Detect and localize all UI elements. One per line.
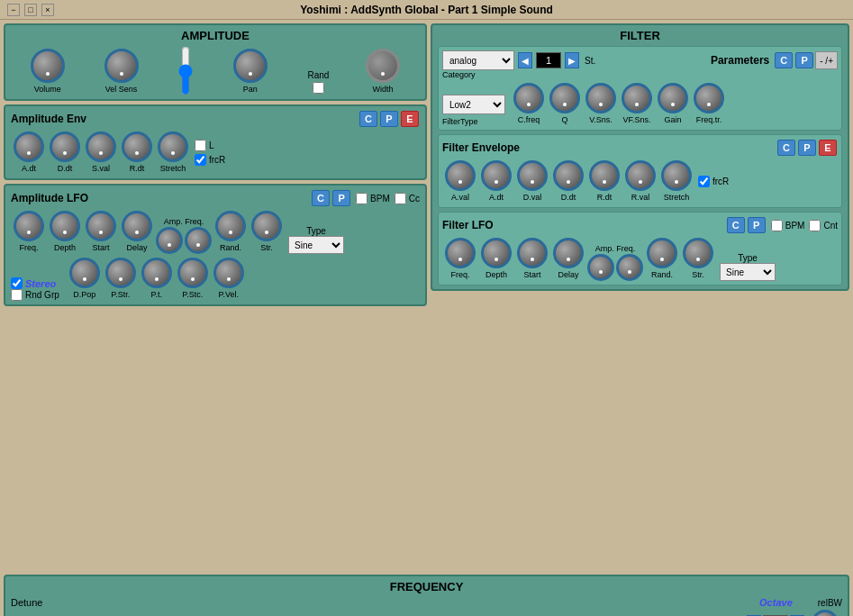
filter-env-dval-knob[interactable]: D.val [517, 160, 548, 202]
filter-lfo-rand-knob[interactable]: Rand. [647, 238, 677, 279]
filter-category-select[interactable]: analog formant SVFilter [442, 50, 514, 70]
amplitude-section: AMPLITUDE Volume Vel Sens [4, 23, 427, 101]
dpop-knob[interactable]: D.Pop [69, 258, 100, 299]
filter-lfo-title: Filter LFO [442, 219, 494, 231]
pstr-knob[interactable]: P.Str. [105, 258, 136, 299]
minimize-button[interactable]: − [7, 4, 20, 16]
filter-lfo-bpm-checkbox[interactable] [771, 220, 783, 231]
amplitude-lfo-section: Amplitude LFO C P BPM Cc [4, 184, 427, 306]
amp-lfo-str-knob[interactable]: Str. [251, 211, 282, 252]
left-panel: AMPLITUDE Volume Vel Sens [4, 23, 427, 571]
filter-env-c-button[interactable]: C [777, 140, 795, 156]
amp-lfo-freq2-knob[interactable] [185, 227, 212, 254]
filter-params-p-button[interactable]: P [795, 52, 813, 68]
amp-lfo-p-button[interactable]: P [332, 190, 350, 206]
filter-env-aval-knob[interactable]: A.val [445, 160, 476, 202]
amp-env-l-checkbox[interactable] [195, 140, 206, 151]
amp-env-adt-knob[interactable]: A.dt [14, 131, 44, 173]
amp-lfo-rand-knob[interactable]: Rand. [215, 211, 246, 252]
amp-lfo-type-select[interactable]: Sine Triangle Pulse [288, 236, 344, 254]
filter-type-select[interactable]: Low2 LPF1 HPF1 [442, 95, 505, 114]
filter-env-adt-knob[interactable]: A.dt [481, 160, 512, 202]
filter-params-box: analog formant SVFilter ◀ 1 ▶ St. Parame… [438, 46, 842, 131]
filter-lfo-type-select[interactable]: Sine Triangle [720, 263, 776, 281]
pstc-knob[interactable]: P.Stc. [177, 258, 208, 299]
filter-params-c-button[interactable]: C [775, 52, 793, 68]
filter-lfo-start-knob[interactable]: Start [517, 238, 548, 279]
amp-lfo-type-label: Type [306, 226, 326, 236]
filter-lfo-freq-knob[interactable]: Freq. [445, 238, 476, 279]
filter-env-rval-knob[interactable]: R.val [625, 160, 656, 202]
amp-lfo-c-button[interactable]: C [312, 190, 330, 206]
filter-lfo-cnt-checkbox[interactable] [809, 220, 821, 231]
amp-env-e-button[interactable]: E [401, 111, 419, 127]
detune-label: Detune [11, 597, 42, 608]
maximize-button[interactable]: □ [24, 4, 37, 16]
pan-knob[interactable]: Pan [233, 49, 268, 94]
amp-env-sval-knob[interactable]: S.val [86, 131, 116, 173]
filter-type-label: FilterType [442, 117, 505, 126]
filter-env-stretch-knob[interactable]: Stretch [661, 160, 692, 202]
amp-lfo-delay-knob[interactable]: Delay [122, 211, 152, 252]
filter-cfreq-knob[interactable]: C.freq [513, 83, 544, 124]
amp-env-stretch-knob[interactable]: Stretch [158, 131, 188, 173]
amp-lfo-freq-knob[interactable]: Freq. [14, 211, 44, 252]
filter-env-p-button[interactable]: P [798, 140, 816, 156]
filter-lfo-freq2-knob[interactable] [616, 254, 643, 281]
filter-lfo-amp-knob[interactable] [587, 254, 614, 281]
amp-env-ddt-knob[interactable]: D.dt [50, 131, 80, 173]
filter-num-value: 1 [536, 52, 561, 68]
filter-env-box: Filter Envelope C P E A.val A.dt [438, 134, 842, 208]
filter-params-title: Parameters [711, 54, 769, 67]
filter-env-ddt-knob[interactable]: D.dt [553, 160, 584, 202]
amp-lfo-depth-knob[interactable]: Depth [50, 211, 80, 252]
filter-q-knob[interactable]: Q [549, 83, 580, 124]
titlebar-close-button[interactable]: × [41, 4, 54, 16]
amp-env-frcr-checkbox[interactable] [195, 154, 206, 166]
frequency-section: FREQUENCY Detune Octave relBW 0.00 ◀ 0 ▶ [4, 575, 849, 616]
relbw-label: relBW [818, 598, 842, 608]
filter-env-rdt-knob[interactable]: R.dt [589, 160, 620, 202]
filter-vsns-knob[interactable]: V.Sns. [585, 83, 616, 124]
relbw-knob[interactable] [812, 610, 839, 616]
filter-env-frcr-checkbox[interactable] [698, 176, 710, 187]
filter-num-prev-button[interactable]: ◀ [518, 52, 532, 68]
octave-label: Octave [759, 597, 793, 608]
volume-knob[interactable]: Volume [31, 49, 65, 94]
amp-lfo-amp-knob[interactable] [156, 227, 183, 254]
amp-env-rdt-knob[interactable]: R.dt [122, 131, 152, 173]
amp-lfo-bpm-checkbox[interactable] [356, 193, 368, 204]
rand-section: Rand [308, 70, 330, 95]
rnd-grp-label: Rnd Grp [25, 290, 59, 300]
vel-sens-knob[interactable]: Vel Sens [104, 49, 139, 94]
filter-lfo-str-knob[interactable]: Str. [683, 238, 713, 279]
filter-st-label: St. [585, 56, 595, 66]
freq-title: FREQUENCY [11, 580, 842, 593]
width-knob[interactable]: Width [366, 49, 400, 94]
stereo-checkbox[interactable] [11, 277, 23, 289]
pt-knob[interactable]: P.t. [141, 258, 172, 299]
rnd-grp-checkbox[interactable] [11, 289, 23, 301]
filter-title: FILTER [438, 29, 842, 42]
filter-env-e-button[interactable]: E [819, 140, 837, 156]
right-panel: FILTER analog formant SVFilter ◀ 1 ▶ St. [431, 23, 849, 571]
filter-num-next-button[interactable]: ▶ [565, 52, 579, 68]
amp-env-p-button[interactable]: P [380, 111, 398, 127]
amplitude-slider[interactable] [178, 46, 193, 95]
filter-lfo-delay-knob[interactable]: Delay [553, 238, 584, 279]
filter-lfo-depth-knob[interactable]: Depth [481, 238, 512, 279]
filter-lfo-c-button[interactable]: C [727, 217, 745, 233]
filter-lfo-box: Filter LFO C P BPM Cnt [438, 212, 842, 285]
filter-freqtr-knob[interactable]: Freq.tr. [694, 83, 724, 124]
filter-lfo-p-button[interactable]: P [748, 217, 766, 233]
window-title: Yoshimi : AddSynth Global - Part 1 Simpl… [54, 4, 799, 16]
filter-gain-knob[interactable]: Gain [658, 83, 688, 124]
rand-checkbox[interactable] [313, 82, 324, 94]
amp-env-c-button[interactable]: C [359, 111, 377, 127]
filter-vfsns-knob[interactable]: VF.Sns. [622, 83, 652, 124]
amp-lfo-cc-checkbox[interactable] [395, 193, 406, 204]
pvel-knob[interactable]: P.Vel. [213, 258, 244, 299]
amp-lfo-start-knob[interactable]: Start [86, 211, 116, 252]
amplitude-env-section: Amplitude Env C P E A.dt D.dt [4, 104, 427, 180]
filter-minus-plus-button[interactable]: - /+ [815, 51, 838, 69]
